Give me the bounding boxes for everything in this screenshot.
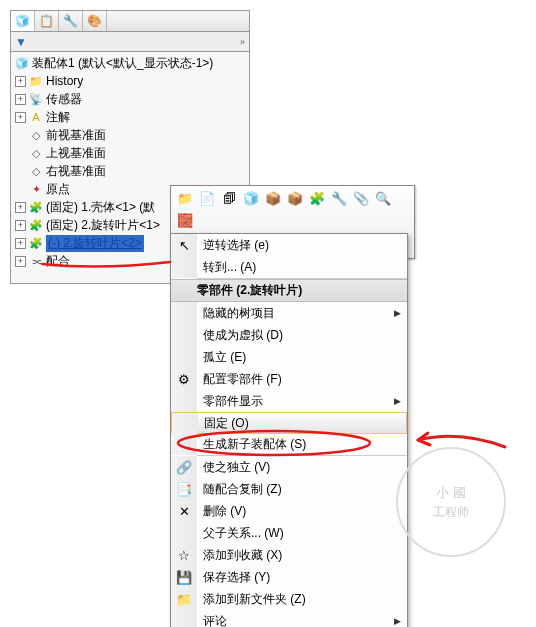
tree-item-label: 注解 — [46, 109, 70, 126]
manager-tabs: 🧊 📋 🔧 🎨 — [10, 10, 250, 32]
menu-item[interactable]: 📑随配合复制 (Z) — [171, 478, 407, 500]
part-icon: 🧩 — [29, 236, 43, 250]
expand-toggle[interactable]: + — [15, 220, 26, 231]
toolbar-button[interactable]: 🗐 — [220, 189, 238, 207]
toolbar-button[interactable]: 📎 — [352, 189, 370, 207]
toolbar-button[interactable]: 🧊 — [242, 189, 260, 207]
menu-item[interactable]: ⚙配置零部件 (F) — [171, 368, 407, 390]
menu-item-label: 评论 — [197, 613, 407, 628]
part-icon: 🧩 — [29, 218, 43, 232]
menu-item[interactable]: 📁添加到新文件夹 (Z) — [171, 588, 407, 610]
blank-icon — [171, 346, 197, 368]
menu-item-label: 配置零部件 (F) — [197, 371, 407, 388]
tree-item[interactable]: ◇右视基准面 — [15, 162, 245, 180]
menu-item-label: 隐藏的树项目 — [197, 305, 407, 322]
expand-toggle[interactable]: + — [15, 238, 26, 249]
menu-item-label: 转到... (A) — [197, 259, 407, 276]
expand-toggle[interactable]: + — [15, 76, 26, 87]
tree-item-label: 配合 — [46, 253, 70, 270]
menu-item[interactable]: ☆添加到收藏 (X) — [171, 544, 407, 566]
tree-item-label: (固定) 2.旋转叶片<1> — [46, 217, 160, 234]
menu-item[interactable]: 固定 (O) — [171, 412, 407, 434]
menu-item[interactable]: 转到... (A) — [171, 256, 407, 278]
menu-item[interactable]: 隐藏的树项目▶ — [171, 302, 407, 324]
tab-appearance[interactable]: 🎨 — [83, 11, 107, 31]
annotation-icon: A — [29, 110, 43, 124]
tree-item-label: 上视基准面 — [46, 145, 106, 162]
tree-root-label: 装配体1 (默认<默认_显示状态-1>) — [32, 55, 213, 72]
menu-item[interactable]: ↖逆转选择 (e) — [171, 234, 407, 256]
copy-mate-icon: 📑 — [171, 478, 197, 500]
tab-config[interactable]: 🔧 — [59, 11, 83, 31]
menu-item[interactable]: 使成为虚拟 (D) — [171, 324, 407, 346]
tab-property[interactable]: 📋 — [35, 11, 59, 31]
toolbar-button[interactable]: 🔧 — [330, 189, 348, 207]
tab-feature-tree[interactable]: 🧊 — [11, 11, 35, 31]
tree-item[interactable]: +📁History — [15, 72, 245, 90]
filter-bar: ▼ » — [10, 32, 250, 52]
menu-item[interactable]: 零部件显示▶ — [171, 390, 407, 412]
submenu-arrow: ▶ — [394, 396, 401, 406]
menu-item[interactable]: 生成新子装配体 (S) — [171, 433, 407, 455]
menu-item-label: 使成为虚拟 (D) — [197, 327, 407, 344]
blank-icon — [171, 610, 197, 627]
toolbar-button[interactable]: 🧱 — [176, 211, 194, 229]
config-icon: 🔧 — [63, 14, 78, 28]
delete-icon: ✕ — [171, 500, 197, 522]
blank-icon — [171, 390, 197, 412]
save-icon: 💾 — [171, 566, 197, 588]
blank-icon — [171, 522, 197, 544]
toolbar-button[interactable]: 📄 — [198, 189, 216, 207]
toolbar-button[interactable]: 🧩 — [308, 189, 326, 207]
property-icon: 📋 — [39, 14, 54, 28]
appearance-icon: 🎨 — [87, 14, 102, 28]
tree-root[interactable]: 🧊 装配体1 (默认<默认_显示状态-1>) — [15, 54, 245, 72]
menu-item-label: 保存选择 (Y) — [197, 569, 407, 586]
menu-item[interactable]: 父子关系... (W) — [171, 522, 407, 544]
menu-item-label: 固定 (O) — [198, 415, 406, 432]
history-icon: 📁 — [29, 74, 43, 88]
sensor-icon: 📡 — [29, 92, 43, 106]
toolbar-button[interactable]: 📦 — [264, 189, 282, 207]
tree-item[interactable]: ◇上视基准面 — [15, 144, 245, 162]
submenu-arrow: ▶ — [394, 308, 401, 318]
menu-section-header: 零部件 (2.旋转叶片) — [171, 279, 407, 302]
menu-item-label: 父子关系... (W) — [197, 525, 407, 542]
tree-item-label: 原点 — [46, 181, 70, 198]
assembly-icon: 🧊 — [15, 56, 29, 70]
menu-item[interactable]: 🔗使之独立 (V) — [171, 456, 407, 478]
watermark-big: 工程师 — [433, 504, 469, 521]
feature-tree-icon: 🧊 — [15, 14, 30, 28]
expand-toggle[interactable]: + — [15, 94, 26, 105]
link-icon: 🔗 — [171, 456, 197, 478]
expand-toggle[interactable]: + — [15, 256, 26, 267]
mate-icon: ⫘ — [29, 254, 43, 268]
menu-item-label: 孤立 (E) — [197, 349, 407, 366]
menu-item-label: 逆转选择 (e) — [197, 237, 407, 254]
expand-toggle[interactable]: + — [15, 112, 26, 123]
tree-item[interactable]: +📡传感器 — [15, 90, 245, 108]
expand-toggle[interactable]: + — [15, 202, 26, 213]
filter-icon[interactable]: ▼ — [15, 35, 27, 49]
filter-input[interactable] — [31, 35, 240, 49]
cursor-icon: ↖ — [171, 234, 197, 256]
expand-icon[interactable]: » — [240, 37, 245, 47]
blank-icon — [172, 413, 198, 433]
submenu-arrow: ▶ — [394, 616, 401, 626]
folder-icon: 📁 — [171, 588, 197, 610]
tree-item[interactable]: +A注解 — [15, 108, 245, 126]
tree-item[interactable]: ◇前视基准面 — [15, 126, 245, 144]
toolbar-button[interactable]: 📁 — [176, 189, 194, 207]
menu-item[interactable]: ✕删除 (V) — [171, 500, 407, 522]
menu-item[interactable]: 💾保存选择 (Y) — [171, 566, 407, 588]
menu-item-label: 零部件显示 — [197, 393, 407, 410]
plane-icon: ◇ — [29, 146, 43, 160]
menu-item[interactable]: 孤立 (E) — [171, 346, 407, 368]
watermark-small: 小 國 — [436, 484, 466, 502]
toolbar-button[interactable]: 📦 — [286, 189, 304, 207]
menu-item[interactable]: 评论▶ — [171, 610, 407, 627]
menu-item-label: 随配合复制 (Z) — [197, 481, 407, 498]
menu-item-label: 使之独立 (V) — [197, 459, 407, 476]
tree-item-label: 右视基准面 — [46, 163, 106, 180]
toolbar-button[interactable]: 🔍 — [374, 189, 392, 207]
